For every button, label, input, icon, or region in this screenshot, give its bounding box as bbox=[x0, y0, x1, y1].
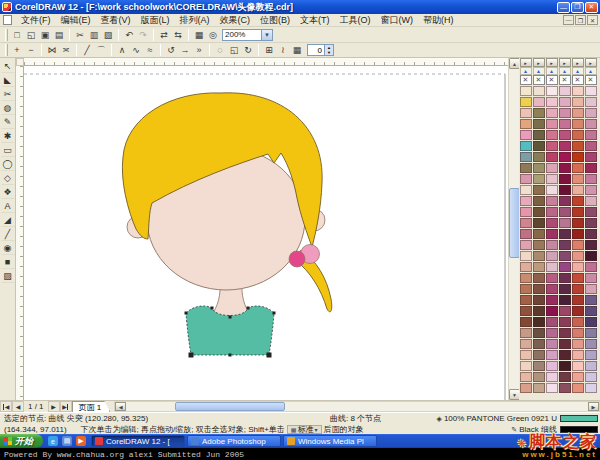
menu-item-查看[interactable]: 查看(V) bbox=[96, 13, 136, 28]
horizontal-ruler[interactable] bbox=[24, 58, 508, 66]
palette-swatch[interactable] bbox=[546, 306, 558, 316]
menu-item-版面[interactable]: 版面(L) bbox=[136, 13, 175, 28]
no-fill-swatch[interactable]: ✕ bbox=[559, 75, 571, 85]
rectangle-tool[interactable]: ▭ bbox=[1, 143, 15, 157]
menu-item-文本[interactable]: 文本(T) bbox=[295, 13, 335, 28]
palette-swatch[interactable] bbox=[559, 284, 571, 294]
palette-swatch[interactable] bbox=[520, 141, 532, 151]
palette-swatch[interactable] bbox=[520, 119, 532, 129]
crop-tool[interactable]: ✂ bbox=[1, 87, 15, 101]
palette-swatch[interactable] bbox=[520, 372, 532, 382]
extend-curve-icon[interactable]: → bbox=[178, 44, 192, 57]
stretch-nodes-icon[interactable]: ◱ bbox=[227, 44, 241, 57]
text-tool[interactable]: A bbox=[1, 199, 15, 213]
palette-swatch[interactable] bbox=[520, 350, 532, 360]
palette-swatch[interactable] bbox=[572, 141, 584, 151]
join-nodes-icon[interactable]: ⋈ bbox=[45, 44, 59, 57]
next-page-button[interactable]: ▶ bbox=[48, 401, 60, 412]
media-player-icon[interactable]: ▶ bbox=[76, 436, 86, 446]
palette-swatch[interactable] bbox=[520, 163, 532, 173]
palette-swatch[interactable] bbox=[559, 273, 571, 283]
palette-swatch[interactable] bbox=[559, 97, 571, 107]
palette-swatch[interactable] bbox=[533, 361, 545, 371]
palette-swatch[interactable] bbox=[546, 163, 558, 173]
palette-swatch[interactable] bbox=[559, 185, 571, 195]
palette-swatch[interactable] bbox=[546, 295, 558, 305]
doc-minimize-button[interactable]: — bbox=[563, 15, 574, 25]
palette-swatch[interactable] bbox=[559, 306, 571, 316]
select-all-nodes-icon[interactable]: ▦ bbox=[290, 44, 304, 57]
zoom-level-combo[interactable]: 200% ▼ bbox=[222, 29, 273, 41]
palette-swatch[interactable] bbox=[520, 207, 532, 217]
palette-swatch[interactable] bbox=[520, 328, 532, 338]
palette-swatch[interactable] bbox=[559, 361, 571, 371]
palette-swatch[interactable] bbox=[520, 185, 532, 195]
taskbar-task-inactive[interactable]: Adobe Photoshop bbox=[187, 435, 281, 447]
palette-swatch[interactable] bbox=[572, 196, 584, 206]
palette-swatch[interactable] bbox=[572, 119, 584, 129]
palette-swatch[interactable] bbox=[533, 207, 545, 217]
eyedropper-tool[interactable]: ╱ bbox=[1, 227, 15, 241]
palette-swatch[interactable] bbox=[533, 185, 545, 195]
palette-swatch[interactable] bbox=[520, 361, 532, 371]
drawing-canvas[interactable] bbox=[24, 66, 508, 400]
menu-item-效果[interactable]: 效果(C) bbox=[215, 13, 256, 28]
menu-item-位图[interactable]: 位图(B) bbox=[255, 13, 295, 28]
copy-icon[interactable]: ▥ bbox=[87, 28, 101, 41]
export-icon[interactable]: ⇆ bbox=[171, 28, 185, 41]
palette-swatch[interactable] bbox=[533, 163, 545, 173]
palette-swatch[interactable] bbox=[533, 284, 545, 294]
palette-swatch[interactable] bbox=[572, 328, 584, 338]
start-button[interactable]: 开始 bbox=[0, 434, 43, 448]
menu-item-帮助[interactable]: 帮助(H) bbox=[418, 13, 459, 28]
palette-swatch[interactable] bbox=[533, 108, 545, 118]
palette-swatch[interactable] bbox=[585, 251, 597, 261]
chevron-down-icon[interactable]: ▼ bbox=[261, 30, 272, 40]
palette-swatch[interactable] bbox=[585, 372, 597, 382]
palette-swatch[interactable] bbox=[585, 174, 597, 184]
palette-swatch[interactable] bbox=[559, 196, 571, 206]
palette-swatch[interactable] bbox=[585, 141, 597, 151]
palette-swatch[interactable] bbox=[572, 218, 584, 228]
palette-swatch[interactable] bbox=[533, 141, 545, 151]
interactive-fill-tool[interactable]: ▨ bbox=[1, 269, 15, 283]
palette-swatch[interactable] bbox=[559, 328, 571, 338]
status-mini-toolbar[interactable]: ▦ 标准 ▾ bbox=[287, 425, 322, 434]
palette-swatch[interactable] bbox=[520, 152, 532, 162]
menu-item-文件[interactable]: 文件(F) bbox=[16, 13, 56, 28]
internet-explorer-icon[interactable]: e bbox=[48, 436, 58, 446]
palette-swatch[interactable] bbox=[572, 240, 584, 250]
palette-swatch[interactable] bbox=[546, 218, 558, 228]
palette-swatch[interactable] bbox=[533, 152, 545, 162]
palette-swatch[interactable] bbox=[559, 240, 571, 250]
palette-swatch[interactable] bbox=[546, 196, 558, 206]
palette-swatch[interactable] bbox=[520, 196, 532, 206]
palette-swatch[interactable] bbox=[546, 317, 558, 327]
palette-swatch[interactable] bbox=[546, 251, 558, 261]
palette-flyout-icon[interactable]: ▸ bbox=[546, 58, 558, 67]
palette-swatch[interactable] bbox=[520, 86, 532, 96]
polygon-tool[interactable]: ◇ bbox=[1, 171, 15, 185]
palette-swatch[interactable] bbox=[585, 306, 597, 316]
palette-swatch[interactable] bbox=[546, 284, 558, 294]
palette-swatch[interactable] bbox=[533, 262, 545, 272]
close-button[interactable]: ✕ bbox=[585, 2, 598, 13]
palette-swatch[interactable] bbox=[559, 141, 571, 151]
palette-swatch[interactable] bbox=[533, 119, 545, 129]
shape-tool[interactable]: ◣ bbox=[1, 73, 15, 87]
palette-swatch[interactable] bbox=[546, 97, 558, 107]
taskbar-task-active[interactable]: CorelDRAW 12 - [ bbox=[91, 435, 185, 447]
fill-tool[interactable]: ■ bbox=[1, 255, 15, 269]
palette-swatch[interactable] bbox=[559, 86, 571, 96]
palette-swatch[interactable] bbox=[520, 339, 532, 349]
palette-swatch[interactable] bbox=[546, 119, 558, 129]
align-nodes-icon[interactable]: ⊞ bbox=[262, 44, 276, 57]
palette-swatch[interactable] bbox=[572, 350, 584, 360]
palette-swatch[interactable] bbox=[559, 339, 571, 349]
menu-item-排列[interactable]: 排列(A) bbox=[175, 13, 215, 28]
palette-swatch[interactable] bbox=[533, 339, 545, 349]
palette-swatch[interactable] bbox=[585, 383, 597, 393]
palette-swatch[interactable] bbox=[520, 284, 532, 294]
curve-node[interactable] bbox=[229, 354, 232, 357]
palette-flyout-icon[interactable]: ▸ bbox=[559, 58, 571, 67]
